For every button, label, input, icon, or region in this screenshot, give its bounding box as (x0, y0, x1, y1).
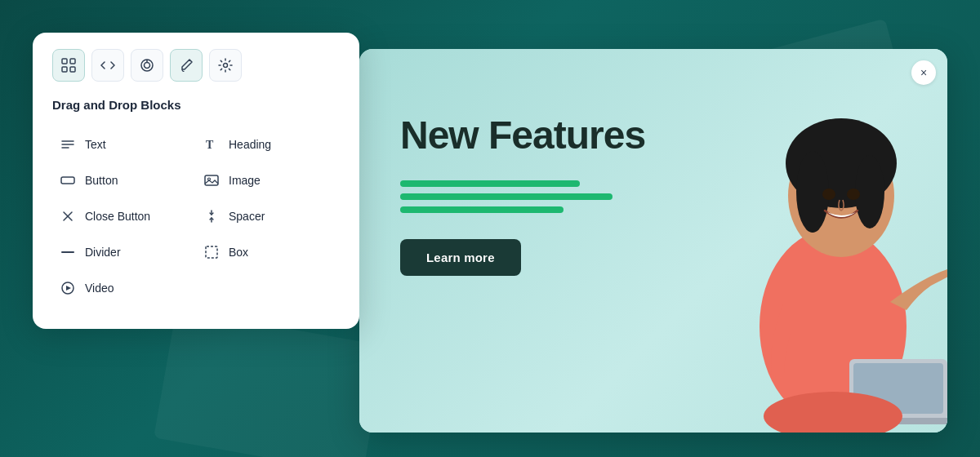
close-x-icon: × (920, 66, 927, 79)
block-spacer-label: Spacer (229, 210, 265, 223)
block-item-spacer[interactable]: Spacer (196, 198, 340, 234)
button-icon (59, 171, 77, 189)
svg-point-27 (855, 155, 884, 228)
block-item-close-button[interactable]: Close Button (52, 198, 196, 234)
block-text-label: Text (85, 138, 106, 151)
block-item-button[interactable]: Button (52, 162, 196, 198)
svg-marker-22 (66, 286, 71, 291)
toolbar-layers-btn[interactable] (131, 49, 163, 82)
svg-point-7 (224, 64, 228, 68)
block-item-divider[interactable]: Divider (52, 234, 196, 270)
preview-line-3 (400, 206, 564, 213)
preview-card: × New Features Learn more (359, 49, 947, 433)
block-image-label: Image (229, 174, 261, 187)
svg-rect-2 (62, 67, 67, 72)
svg-rect-3 (70, 67, 75, 72)
video-icon (59, 279, 77, 297)
block-item-heading[interactable]: T Heading (196, 126, 340, 162)
block-item-video[interactable]: Video (52, 270, 196, 306)
preview-lines (400, 180, 645, 213)
block-item-text[interactable]: Text (52, 126, 196, 162)
panel-title: Drag and Drop Blocks (52, 98, 340, 112)
preview-content: × New Features Learn more (359, 49, 947, 433)
toolbar-code-btn[interactable] (91, 49, 124, 82)
block-box-label: Box (229, 246, 248, 259)
svg-rect-12 (61, 177, 74, 184)
spacer-icon (203, 207, 220, 225)
toolbar-grid-btn[interactable] (52, 49, 85, 82)
block-divider-label: Divider (85, 246, 121, 259)
image-icon (203, 171, 220, 189)
preview-close-button[interactable]: × (911, 60, 936, 85)
block-video-label: Video (85, 282, 114, 295)
svg-point-29 (847, 189, 860, 200)
svg-text:T: T (206, 139, 214, 151)
block-close-button-label: Close Button (85, 210, 150, 223)
toolbar-brush-btn[interactable] (170, 49, 203, 82)
block-item-image[interactable]: Image (196, 162, 340, 198)
box-icon (203, 243, 220, 261)
block-button-label: Button (85, 174, 118, 187)
preview-line-2 (400, 193, 612, 200)
preview-line-1 (400, 180, 580, 187)
panel-toolbar (52, 49, 340, 82)
blocks-panel: Drag and Drop Blocks Text T Heading (33, 33, 359, 329)
block-item-box[interactable]: Box (196, 234, 340, 270)
preview-text-area: New Features Learn more (400, 114, 645, 276)
heading-icon: T (203, 135, 220, 153)
toolbar-settings-btn[interactable] (209, 49, 242, 82)
preview-heading: New Features (400, 114, 645, 158)
text-icon (59, 135, 77, 153)
woman-figure (670, 65, 947, 433)
svg-point-5 (145, 63, 150, 69)
svg-rect-1 (70, 59, 75, 64)
learn-more-button[interactable]: Learn more (400, 239, 521, 276)
svg-rect-0 (62, 59, 67, 64)
divider-icon (59, 243, 77, 261)
blocks-grid: Text T Heading Button (52, 126, 340, 306)
svg-point-28 (822, 189, 835, 200)
svg-rect-13 (205, 175, 218, 185)
close-button-icon (59, 207, 77, 225)
block-heading-label: Heading (229, 138, 271, 151)
svg-rect-20 (206, 246, 217, 258)
